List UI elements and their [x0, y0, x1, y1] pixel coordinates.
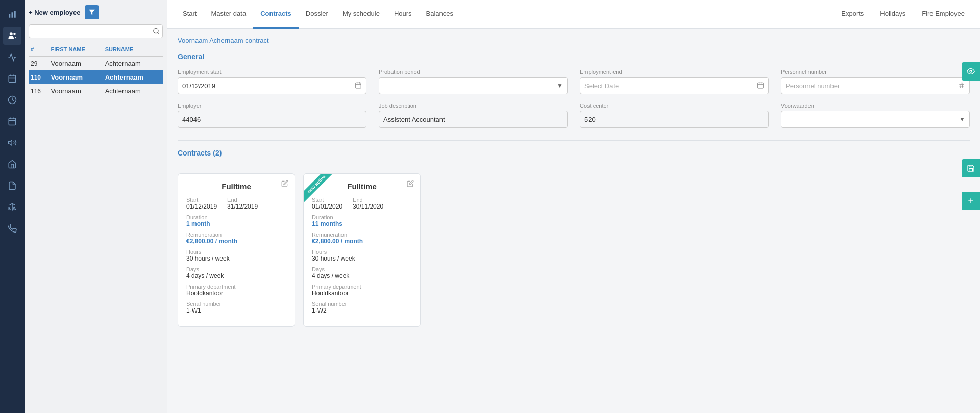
row-surname: Achternaam — [103, 70, 163, 84]
voorwaarden-label: Voorwaarden — [781, 102, 970, 109]
row-number: 110 — [29, 70, 49, 84]
top-navigation: Start Master data Contracts Dossier My s… — [167, 0, 980, 29]
job-description-label: Job description — [379, 102, 568, 109]
save-button[interactable] — [962, 159, 980, 177]
sidebar-icon-schedule[interactable] — [3, 112, 21, 131]
contract-edit-button[interactable] — [407, 180, 414, 189]
main-panel: Start Master data Contracts Dossier My s… — [167, 0, 980, 413]
employer-label: Employer — [178, 102, 366, 109]
filter-button[interactable] — [85, 5, 99, 19]
contract-serial: Serial number 1-W2 — [312, 301, 412, 314]
eye-button[interactable] — [962, 62, 980, 81]
sidebar-icon-balance[interactable] — [3, 198, 21, 216]
contract-primary-dept: Primary department Hoofdkantoor — [186, 283, 286, 297]
sidebar-icon-home[interactable] — [3, 155, 21, 173]
probation-period-input[interactable]: ▼ — [379, 77, 568, 94]
nav-dossier[interactable]: Dossier — [299, 0, 335, 29]
breadcrumb[interactable]: Voornaam Achernaam contract — [178, 37, 269, 44]
svg-rect-24 — [758, 83, 764, 88]
employer-field: Employer 44046 — [178, 102, 366, 128]
svg-point-17 — [154, 28, 158, 33]
voorwaarden-input[interactable]: ▼ — [781, 111, 970, 128]
search-container — [29, 24, 163, 38]
svg-marker-16 — [89, 10, 95, 15]
employment-start-field: Employment start 01/12/2019 — [178, 69, 366, 94]
contract-dates: Start 01/12/2019 End 31/12/2019 — [186, 197, 286, 210]
sidebar-icon-megaphone[interactable] — [3, 134, 21, 152]
active-badge: now active — [304, 174, 339, 210]
sidebar-icon-chart[interactable] — [3, 5, 21, 23]
contract-serial: Serial number 1-W1 — [186, 301, 286, 314]
svg-rect-1 — [12, 12, 13, 18]
nav-exports[interactable]: Exports — [834, 0, 871, 29]
personnel-number-field: Personnel number Personnel number — [781, 69, 970, 94]
general-form: Employment start 01/12/2019 Probation pe… — [178, 69, 970, 128]
svg-rect-10 — [9, 118, 16, 125]
personnel-number-input[interactable]: Personnel number — [781, 77, 970, 94]
row-surname: Achternaam — [103, 56, 163, 70]
employee-row[interactable]: 29 Voornaam Achternaam — [29, 56, 163, 70]
cost-center-label: Cost center — [580, 102, 769, 109]
row-number: 116 — [29, 84, 49, 98]
add-contract-button[interactable] — [962, 192, 980, 210]
sidebar-icon-document[interactable] — [3, 176, 21, 195]
nav-contracts[interactable]: Contracts — [253, 0, 299, 29]
svg-line-30 — [961, 82, 961, 88]
employment-end-input[interactable]: Select Date — [580, 77, 769, 94]
sidebar-icon-people[interactable] — [3, 27, 21, 45]
employee-row[interactable]: 116 Voornaam Achternaam — [29, 84, 163, 98]
contract-edit-button[interactable] — [281, 180, 288, 189]
nav-balances[interactable]: Balances — [419, 0, 460, 29]
nav-myschedule[interactable]: My schedule — [335, 0, 387, 29]
nav-hours[interactable]: Hours — [387, 0, 419, 29]
svg-rect-0 — [9, 14, 10, 18]
contract-remuneration: Remuneration €2,800.00 / month — [312, 231, 412, 245]
col-number: # — [29, 43, 49, 56]
job-description-field: Job description Assistent Accountant — [379, 102, 568, 128]
sidebar-icon-calendar[interactable] — [3, 69, 21, 88]
left-panel-header: + New employee — [29, 5, 163, 19]
personnel-number-label: Personnel number — [781, 69, 970, 75]
svg-line-18 — [158, 32, 159, 34]
cost-center-field: Cost center 520 — [580, 102, 769, 128]
contract-remuneration: Remuneration €2,800.00 / month — [186, 231, 286, 245]
chevron-down-icon-voorwaarden: ▼ — [959, 116, 965, 123]
contract-card[interactable]: Fulltime Start 01/12/2019 End 31/12/2019… — [178, 173, 295, 327]
search-button[interactable] — [153, 27, 160, 36]
col-surname: SURNAME — [103, 43, 163, 56]
contract-hours: Hours 30 hours / week — [186, 249, 286, 262]
row-firstname: Voornaam — [49, 56, 103, 70]
svg-line-31 — [962, 82, 963, 88]
chevron-down-icon-probation: ▼ — [557, 82, 563, 89]
employment-start-label: Employment start — [178, 69, 366, 75]
contract-hours: Hours 30 hours / week — [312, 249, 412, 262]
active-badge-label: now active — [304, 174, 335, 203]
nav-masterdata[interactable]: Master data — [204, 0, 253, 29]
sidebar-icon-graph[interactable] — [3, 48, 21, 66]
probation-period-field: Probation period ▼ — [379, 69, 568, 94]
search-input[interactable] — [29, 24, 163, 38]
row-firstname: Voornaam — [49, 70, 103, 84]
svg-rect-5 — [9, 75, 16, 83]
employee-row[interactable]: 110 Voornaam Achternaam — [29, 70, 163, 84]
employee-table: # FIRST NAME SURNAME 29 Voornaam Achtern… — [29, 43, 163, 98]
svg-point-3 — [10, 32, 13, 35]
hash-icon — [958, 82, 965, 90]
svg-marker-14 — [9, 140, 12, 146]
row-number: 29 — [29, 56, 49, 70]
nav-fire-employee[interactable]: Fire Employee — [915, 0, 972, 29]
calendar-icon-start — [355, 82, 362, 90]
svg-point-4 — [13, 33, 16, 35]
sidebar-icon-clock[interactable] — [3, 91, 21, 109]
nav-start[interactable]: Start — [176, 0, 204, 29]
employment-start-input[interactable]: 01/12/2019 — [178, 77, 366, 94]
content-area: Voornaam Achernaam contract General Empl… — [167, 29, 980, 413]
sidebar-icon-phone[interactable] — [3, 219, 21, 238]
row-firstname: Voornaam — [49, 84, 103, 98]
calendar-icon-end — [757, 82, 764, 90]
svg-point-19 — [970, 70, 972, 72]
contract-duration: Duration 1 month — [186, 214, 286, 227]
contract-card[interactable]: now active Fulltime Start 01/01/2020 End… — [303, 173, 421, 327]
new-employee-button[interactable]: + New employee — [29, 9, 81, 16]
nav-holidays[interactable]: Holidays — [873, 0, 913, 29]
